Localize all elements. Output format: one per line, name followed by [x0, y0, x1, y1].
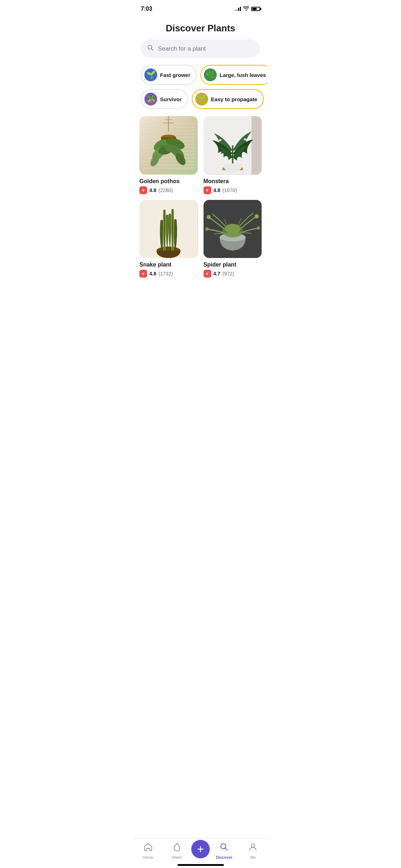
- propagate-label: Easy to propagate: [211, 96, 257, 102]
- page-title: Discover Plants: [141, 23, 260, 34]
- heart-badge-monstera: ♥: [204, 186, 211, 194]
- svg-rect-16: [143, 167, 194, 169]
- search-icon: [147, 45, 154, 53]
- page-header: Discover Plants: [134, 16, 267, 40]
- plant-card-spider-plant[interactable]: Spider plant ♥ 4.7 (972): [204, 200, 262, 278]
- svg-point-47: [255, 214, 259, 218]
- svg-rect-13: [143, 157, 194, 159]
- rating-score-spider-plant: 4.7: [214, 271, 220, 277]
- plant-image-snake-plant: [139, 200, 198, 258]
- plant-image-golden-pothos: [139, 116, 198, 175]
- rating-count-snake-plant: (1732): [158, 271, 173, 277]
- propagate-icon: 🌱: [195, 93, 208, 105]
- status-bar: 7:03: [134, 0, 267, 16]
- rating-score-snake-plant: 4.8: [149, 271, 156, 277]
- wifi-icon: [243, 6, 249, 12]
- heart-badge-golden-pothos: ♥: [139, 186, 147, 194]
- plant-card-snake-plant[interactable]: Snake plant ♥ 4.8 (1732): [139, 200, 198, 278]
- survivor-icon: 🪴: [144, 93, 157, 105]
- svg-point-51: [225, 224, 240, 234]
- plant-name-golden-pothos: Golden pothos: [139, 178, 198, 185]
- filter-row-2: 🪴 Survivor 🌱 Easy to propagate 🌸 Bloo: [141, 89, 260, 109]
- status-icons: [235, 6, 260, 12]
- filter-chip-fast-grower[interactable]: 🌱 Fast grower: [141, 65, 197, 85]
- fast-grower-icon: 🌱: [144, 68, 157, 81]
- rating-count-monstera: (1670): [222, 187, 237, 193]
- plant-image-spider-plant: [204, 200, 262, 258]
- plant-image-monstera: [204, 116, 262, 175]
- svg-rect-14: [143, 161, 194, 162]
- svg-rect-32: [251, 116, 262, 175]
- filter-chip-survivor[interactable]: 🪴 Survivor: [141, 89, 188, 109]
- svg-point-48: [205, 227, 209, 231]
- heart-badge-snake-plant: ♥: [139, 270, 147, 278]
- plant-card-monstera[interactable]: Monstera ♥ 4.8 (1670): [204, 116, 262, 194]
- large-lush-label: Large, lush leaves: [220, 72, 266, 78]
- plant-rating-snake-plant: ♥ 4.8 (1732): [139, 270, 198, 278]
- search-input[interactable]: [158, 45, 254, 52]
- plant-name-spider-plant: Spider plant: [204, 262, 262, 268]
- heart-badge-spider-plant: ♥: [204, 270, 211, 278]
- svg-point-46: [206, 215, 211, 219]
- plant-name-monstera: Monstera: [204, 178, 262, 185]
- filter-chip-large-lush[interactable]: 🌿 Large, lush leaves: [200, 65, 267, 85]
- search-bar[interactable]: [141, 40, 260, 58]
- filter-row-1: 🌱 Fast grower 🌿 Large, lush leaves 🐱 Pe: [141, 65, 260, 85]
- rating-count-golden-pothos: (2280): [158, 187, 173, 193]
- search-container: [134, 40, 267, 65]
- plant-name-snake-plant: Snake plant: [139, 262, 198, 268]
- fast-grower-label: Fast grower: [160, 72, 190, 78]
- plant-rating-golden-pothos: ♥ 4.8 (2280): [139, 186, 198, 194]
- plant-card-golden-pothos[interactable]: Golden pothos ♥ 4.8 (2280): [139, 116, 198, 194]
- filter-chip-propagate[interactable]: 🌱 Easy to propagate: [192, 89, 264, 109]
- rating-score-monstera: 4.8: [214, 187, 220, 193]
- plant-rating-spider-plant: ♥ 4.7 (972): [204, 270, 262, 278]
- status-time: 7:03: [141, 6, 152, 12]
- rating-count-spider-plant: (972): [222, 271, 234, 277]
- filters-section: 🌱 Fast grower 🌿 Large, lush leaves 🐱 Pe …: [134, 65, 267, 116]
- plant-rating-monstera: ♥ 4.8 (1670): [204, 186, 262, 194]
- svg-point-49: [257, 226, 260, 230]
- plants-grid: Golden pothos ♥ 4.8 (2280): [134, 116, 267, 278]
- svg-rect-12: [143, 154, 194, 155]
- battery-icon: [251, 7, 260, 11]
- large-lush-icon: 🌿: [204, 68, 217, 81]
- signal-icon: [235, 7, 241, 11]
- rating-score-golden-pothos: 4.8: [149, 187, 156, 193]
- survivor-label: Survivor: [160, 96, 182, 102]
- svg-rect-15: [143, 164, 194, 166]
- svg-rect-6: [143, 133, 194, 135]
